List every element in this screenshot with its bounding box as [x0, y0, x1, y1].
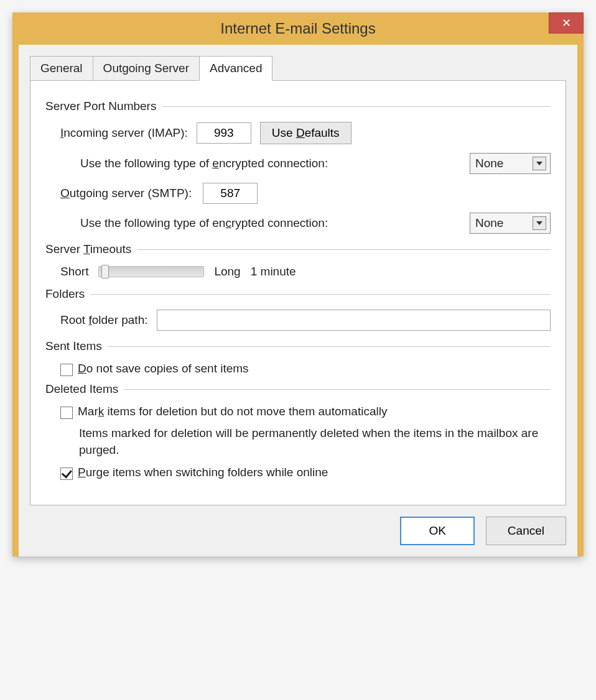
dropdown-value: None	[475, 157, 503, 170]
timeout-short-label: Short	[60, 265, 88, 279]
tab-general[interactable]: General	[30, 56, 93, 81]
group-server-timeouts: Server Timeouts	[45, 242, 551, 256]
purge-items-checkbox[interactable]	[60, 467, 73, 480]
row-purge-items: Purge items when switching folders while…	[60, 466, 551, 480]
close-button[interactable]: ✕	[549, 12, 584, 34]
row-dont-save-sent: Do not save copies of sent items	[60, 362, 551, 376]
dialog-button-bar: OK Cancel	[30, 517, 566, 545]
timeout-long-label: Long	[214, 265, 240, 279]
root-folder-input[interactable]	[157, 310, 551, 331]
group-label: Deleted Items	[45, 382, 118, 396]
dialog-window: Internet E-mail Settings ✕ General Outgo…	[12, 12, 584, 556]
group-label: Sent Items	[45, 339, 102, 353]
timeout-value: 1 minute	[251, 265, 296, 279]
divider	[137, 249, 551, 250]
group-label: Folders	[45, 287, 85, 301]
dialog-body: General Outgoing Server Advanced Server …	[19, 45, 577, 556]
outgoing-server-label: Outgoing server (SMTP):	[60, 187, 192, 200]
row-outgoing-server: Outgoing server (SMTP):	[60, 183, 551, 204]
divider	[162, 106, 551, 107]
divider	[124, 389, 551, 390]
group-folders: Folders	[45, 287, 551, 301]
row-incoming-server: Incoming server (IMAP): Use Defaults	[60, 122, 551, 144]
use-defaults-button[interactable]: Use Defaults	[260, 122, 352, 144]
timeout-slider[interactable]	[98, 266, 204, 277]
tab-outgoing-server[interactable]: Outgoing Server	[93, 56, 200, 81]
group-label: Server Port Numbers	[45, 99, 156, 113]
mark-for-deletion-checkbox[interactable]	[60, 407, 73, 419]
group-sent-items: Sent Items	[45, 339, 551, 353]
incoming-port-input[interactable]	[197, 122, 251, 144]
titlebar: Internet E-mail Settings ✕	[12, 12, 584, 45]
row-mark-for-deletion: Mark items for deletion but do not move …	[60, 405, 551, 419]
incoming-server-label: Incoming server (IMAP):	[60, 126, 188, 140]
tab-panel-advanced: Server Port Numbers Incoming server (IMA…	[30, 80, 566, 505]
group-deleted-items: Deleted Items	[45, 382, 551, 396]
incoming-encryption-dropdown[interactable]: None	[470, 153, 551, 174]
row-root-folder: Root folder path:	[60, 310, 551, 331]
divider	[108, 346, 551, 347]
row-incoming-encryption: Use the following type of encrypted conn…	[80, 153, 551, 174]
chevron-down-icon	[533, 216, 546, 230]
mark-for-deletion-helper: Items marked for deletion will be perman…	[79, 425, 551, 458]
tab-bar: General Outgoing Server Advanced	[30, 56, 566, 81]
chevron-down-icon	[533, 157, 546, 170]
mark-for-deletion-label: Mark items for deletion but do not move …	[78, 405, 387, 418]
dont-save-sent-checkbox[interactable]	[60, 364, 73, 376]
cancel-button[interactable]: Cancel	[486, 517, 566, 545]
outgoing-port-input[interactable]	[203, 183, 258, 204]
row-timeout-slider: Short Long 1 minute	[60, 265, 551, 279]
dropdown-value: None	[475, 216, 503, 230]
outgoing-encryption-dropdown[interactable]: None	[470, 213, 551, 234]
group-server-port-numbers: Server Port Numbers	[45, 99, 551, 113]
root-folder-label: Root folder path:	[60, 313, 148, 327]
encryption-label: Use the following type of encrypted conn…	[80, 157, 328, 170]
slider-thumb[interactable]	[101, 265, 109, 279]
divider	[91, 294, 551, 295]
purge-items-label: Purge items when switching folders while…	[78, 466, 328, 479]
encryption-label: Use the following type of encrypted conn…	[80, 216, 328, 230]
row-outgoing-encryption: Use the following type of encrypted conn…	[80, 213, 551, 234]
dialog-title: Internet E-mail Settings	[220, 20, 375, 37]
tab-advanced[interactable]: Advanced	[199, 56, 273, 81]
close-icon: ✕	[562, 16, 571, 30]
ok-button[interactable]: OK	[400, 517, 474, 545]
dont-save-sent-label: Do not save copies of sent items	[78, 362, 249, 375]
group-label: Server Timeouts	[45, 242, 131, 256]
